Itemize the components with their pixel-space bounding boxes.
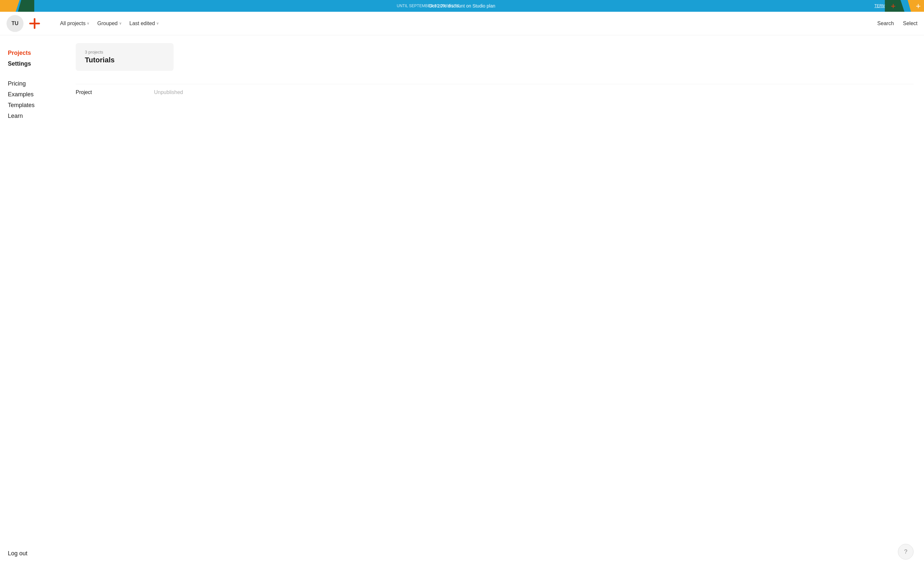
- sidebar-bottom: Log out: [8, 550, 57, 557]
- sidebar-main-nav: Projects Settings: [8, 48, 57, 69]
- help-button[interactable]: ?: [898, 544, 913, 559]
- grouped-label: Grouped: [97, 21, 118, 26]
- new-project-button[interactable]: [26, 15, 43, 32]
- sidebar-secondary-nav: Pricing Examples Templates Learn: [8, 79, 57, 121]
- logout-button[interactable]: Log out: [8, 550, 27, 556]
- user-avatar[interactable]: TU: [6, 15, 23, 32]
- main-content: 3 projects Tutorials Project Unpublished: [65, 35, 924, 570]
- all-projects-label: All projects: [60, 21, 86, 26]
- top-nav: TU All projects ∨ Grouped ∨ Last edited …: [0, 12, 924, 35]
- project-group-name: Tutorials: [85, 56, 165, 64]
- tutorials-project-group[interactable]: 3 projects Tutorials: [76, 43, 174, 71]
- sidebar-item-settings[interactable]: Settings: [8, 59, 57, 69]
- sidebar-item-pricing[interactable]: Pricing: [8, 79, 57, 89]
- project-group-count: 3 projects: [85, 50, 165, 55]
- last-edited-label: Last edited: [130, 21, 155, 26]
- nav-right: Search Select: [877, 21, 918, 26]
- sidebar-item-templates[interactable]: Templates: [8, 101, 57, 110]
- sidebar-item-learn[interactable]: Learn: [8, 111, 57, 121]
- promo-banner: UNTIL SEPTEMBER 30, 23:59 UTC Get 20% di…: [0, 0, 924, 12]
- sidebar-item-examples[interactable]: Examples: [8, 90, 57, 99]
- table-row[interactable]: Project Unpublished: [76, 84, 913, 101]
- question-mark-icon: ?: [904, 549, 907, 555]
- all-projects-chevron: ∨: [87, 21, 89, 26]
- filter-nav: All projects ∨ Grouped ∨ Last edited ∨: [56, 18, 163, 28]
- all-projects-filter[interactable]: All projects ∨: [56, 18, 93, 28]
- sidebar: Projects Settings Pricing Examples Templ…: [0, 35, 65, 570]
- corner-left-decoration: [0, 0, 39, 12]
- last-edited-filter[interactable]: Last edited ∨: [125, 18, 163, 28]
- projects-list: Project Unpublished: [76, 84, 913, 101]
- corner-right-decoration: + +: [885, 0, 924, 12]
- last-edited-chevron: ∨: [156, 21, 159, 26]
- status-col-label: Unpublished: [154, 89, 183, 95]
- project-col-label: Project: [76, 89, 128, 95]
- promo-until-text: UNTIL SEPTEMBER 30, 23:59 UTC: [397, 4, 460, 8]
- app-body: Projects Settings Pricing Examples Templ…: [0, 35, 924, 570]
- search-button[interactable]: Search: [877, 21, 894, 26]
- select-button[interactable]: Select: [903, 21, 918, 26]
- grouped-chevron: ∨: [119, 21, 122, 26]
- grouped-filter[interactable]: Grouped ∨: [93, 18, 125, 28]
- sidebar-item-projects[interactable]: Projects: [8, 48, 57, 58]
